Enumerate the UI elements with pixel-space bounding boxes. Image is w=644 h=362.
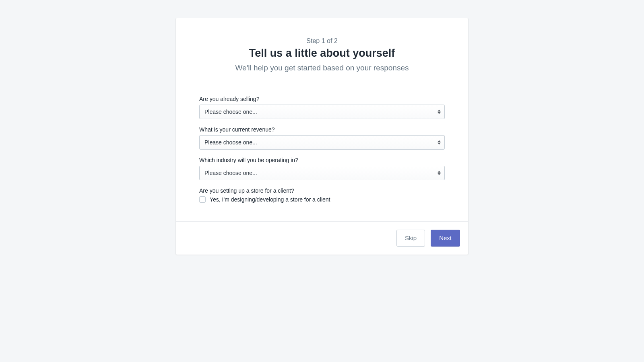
already-selling-select-wrapper: Please choose one... [199, 105, 445, 119]
already-selling-label: Are you already selling? [199, 96, 445, 102]
skip-button[interactable]: Skip [396, 230, 425, 247]
page-subtitle: We'll help you get started based on your… [199, 64, 445, 72]
form-group-current-revenue: What is your current revenue? Please cho… [199, 126, 445, 150]
card-footer: Skip Next [176, 221, 468, 255]
client-setup-label: Are you setting up a store for a client? [199, 187, 445, 194]
current-revenue-label: What is your current revenue? [199, 126, 445, 133]
current-revenue-select[interactable]: Please choose one... [199, 135, 445, 150]
card-header: Step 1 of 2 Tell us a little about yours… [176, 18, 468, 72]
form-body: Are you already selling? Please choose o… [176, 72, 468, 221]
client-setup-checkbox[interactable] [199, 196, 206, 203]
industry-select-wrapper: Please choose one... [199, 166, 445, 180]
form-group-already-selling: Are you already selling? Please choose o… [199, 96, 445, 119]
next-button[interactable]: Next [431, 230, 460, 247]
form-group-industry: Which industry will you be operating in?… [199, 157, 445, 180]
client-setup-checkbox-label[interactable]: Yes, I'm designing/developing a store fo… [210, 196, 330, 203]
step-indicator: Step 1 of 2 [199, 37, 445, 45]
industry-select[interactable]: Please choose one... [199, 166, 445, 180]
page-title: Tell us a little about yourself [199, 47, 445, 60]
client-setup-checkbox-row: Yes, I'm designing/developing a store fo… [199, 196, 445, 203]
already-selling-select[interactable]: Please choose one... [199, 105, 445, 119]
onboarding-card: Step 1 of 2 Tell us a little about yours… [176, 18, 468, 255]
form-group-client-setup: Are you setting up a store for a client?… [199, 187, 445, 203]
current-revenue-select-wrapper: Please choose one... [199, 135, 445, 150]
industry-label: Which industry will you be operating in? [199, 157, 445, 163]
